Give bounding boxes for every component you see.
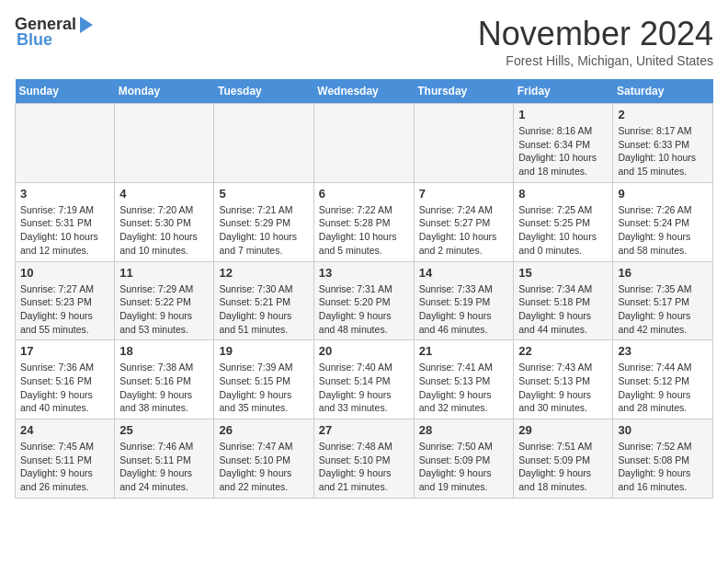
- calendar-header-saturday: Saturday: [613, 79, 713, 104]
- day-info: Sunrise: 7:29 AM Sunset: 5:22 PM Dayligh…: [119, 282, 209, 337]
- day-number: 17: [20, 344, 109, 358]
- calendar-header-row: SundayMondayTuesdayWednesdayThursdayFrid…: [16, 79, 713, 104]
- calendar-week-row: 1Sunrise: 8:16 AM Sunset: 6:34 PM Daylig…: [16, 104, 713, 183]
- month-title: November 2024: [478, 15, 713, 53]
- calendar-cell: 24Sunrise: 7:45 AM Sunset: 5:11 PM Dayli…: [16, 419, 115, 499]
- day-number: 16: [618, 266, 708, 280]
- calendar-cell: 12Sunrise: 7:30 AM Sunset: 5:21 PM Dayli…: [214, 261, 313, 340]
- calendar-cell: 7Sunrise: 7:24 AM Sunset: 5:27 PM Daylig…: [414, 182, 514, 261]
- day-number: 19: [219, 344, 308, 358]
- day-number: 28: [419, 423, 509, 437]
- day-info: Sunrise: 7:46 AM Sunset: 5:11 PM Dayligh…: [119, 440, 209, 494]
- day-number: 6: [319, 187, 409, 201]
- logo: General Blue: [15, 15, 93, 50]
- day-info: Sunrise: 7:38 AM Sunset: 5:16 PM Dayligh…: [119, 361, 209, 415]
- day-info: Sunrise: 7:27 AM Sunset: 5:23 PM Dayligh…: [20, 282, 109, 337]
- calendar-cell: 26Sunrise: 7:47 AM Sunset: 5:10 PM Dayli…: [214, 419, 313, 499]
- day-info: Sunrise: 7:30 AM Sunset: 5:21 PM Dayligh…: [219, 282, 308, 337]
- day-number: 4: [119, 187, 209, 201]
- day-number: 14: [419, 266, 509, 280]
- calendar-cell: 30Sunrise: 7:52 AM Sunset: 5:08 PM Dayli…: [613, 419, 713, 499]
- logo-blue-text: Blue: [15, 30, 52, 50]
- day-number: 8: [518, 187, 608, 201]
- day-info: Sunrise: 7:45 AM Sunset: 5:11 PM Dayligh…: [20, 440, 109, 494]
- calendar-cell: 1Sunrise: 8:16 AM Sunset: 6:34 PM Daylig…: [514, 104, 613, 183]
- calendar-header-wednesday: Wednesday: [313, 79, 414, 104]
- day-info: Sunrise: 7:25 AM Sunset: 5:25 PM Dayligh…: [518, 203, 608, 258]
- day-number: 5: [219, 187, 308, 201]
- day-info: Sunrise: 7:44 AM Sunset: 5:12 PM Dayligh…: [618, 361, 708, 415]
- day-info: Sunrise: 7:20 AM Sunset: 5:30 PM Dayligh…: [119, 203, 209, 258]
- day-number: 11: [119, 266, 209, 280]
- day-number: 25: [119, 423, 209, 437]
- calendar-cell: 11Sunrise: 7:29 AM Sunset: 5:22 PM Dayli…: [115, 261, 214, 340]
- calendar-cell: 21Sunrise: 7:41 AM Sunset: 5:13 PM Dayli…: [414, 340, 514, 419]
- calendar-cell: 8Sunrise: 7:25 AM Sunset: 5:25 PM Daylig…: [514, 182, 613, 261]
- day-number: 21: [419, 344, 509, 358]
- calendar-week-row: 3Sunrise: 7:19 AM Sunset: 5:31 PM Daylig…: [16, 182, 713, 261]
- day-number: 12: [219, 266, 308, 280]
- calendar-cell: 19Sunrise: 7:39 AM Sunset: 5:15 PM Dayli…: [214, 340, 313, 419]
- day-info: Sunrise: 7:19 AM Sunset: 5:31 PM Dayligh…: [20, 203, 109, 258]
- calendar-week-row: 10Sunrise: 7:27 AM Sunset: 5:23 PM Dayli…: [16, 261, 713, 340]
- day-info: Sunrise: 7:52 AM Sunset: 5:08 PM Dayligh…: [618, 440, 708, 494]
- day-number: 22: [518, 344, 608, 358]
- day-info: Sunrise: 7:41 AM Sunset: 5:13 PM Dayligh…: [419, 361, 509, 415]
- calendar-week-row: 17Sunrise: 7:36 AM Sunset: 5:16 PM Dayli…: [16, 340, 713, 419]
- day-number: 1: [518, 108, 608, 121]
- calendar-header-monday: Monday: [115, 79, 214, 104]
- day-info: Sunrise: 7:34 AM Sunset: 5:18 PM Dayligh…: [518, 282, 608, 337]
- day-number: 29: [518, 423, 608, 437]
- day-info: Sunrise: 7:47 AM Sunset: 5:10 PM Dayligh…: [219, 440, 308, 494]
- calendar-cell: 17Sunrise: 7:36 AM Sunset: 5:16 PM Dayli…: [16, 340, 115, 419]
- calendar-cell: 14Sunrise: 7:33 AM Sunset: 5:19 PM Dayli…: [414, 261, 514, 340]
- day-info: Sunrise: 7:48 AM Sunset: 5:10 PM Dayligh…: [319, 440, 409, 494]
- calendar-cell: 10Sunrise: 7:27 AM Sunset: 5:23 PM Dayli…: [16, 261, 115, 340]
- day-number: 18: [119, 344, 209, 358]
- calendar-cell: 2Sunrise: 8:17 AM Sunset: 6:33 PM Daylig…: [613, 104, 713, 183]
- day-number: 13: [319, 266, 409, 280]
- calendar-cell: 27Sunrise: 7:48 AM Sunset: 5:10 PM Dayli…: [313, 419, 414, 499]
- day-info: Sunrise: 8:16 AM Sunset: 6:34 PM Dayligh…: [518, 124, 608, 178]
- day-number: 23: [618, 344, 708, 358]
- day-number: 7: [419, 187, 509, 201]
- calendar-cell: [414, 104, 514, 183]
- day-info: Sunrise: 7:26 AM Sunset: 5:24 PM Dayligh…: [618, 203, 708, 258]
- day-info: Sunrise: 7:39 AM Sunset: 5:15 PM Dayligh…: [219, 361, 308, 415]
- calendar-cell: 3Sunrise: 7:19 AM Sunset: 5:31 PM Daylig…: [16, 182, 115, 261]
- calendar-cell: 28Sunrise: 7:50 AM Sunset: 5:09 PM Dayli…: [414, 419, 514, 499]
- calendar-cell: 22Sunrise: 7:43 AM Sunset: 5:13 PM Dayli…: [514, 340, 613, 419]
- day-info: Sunrise: 7:24 AM Sunset: 5:27 PM Dayligh…: [419, 203, 509, 258]
- calendar-week-row: 24Sunrise: 7:45 AM Sunset: 5:11 PM Dayli…: [16, 419, 713, 499]
- day-number: 24: [20, 423, 109, 437]
- page-header: General Blue November 2024 Forest Hills,…: [15, 15, 713, 68]
- day-number: 20: [319, 344, 409, 358]
- calendar-cell: 6Sunrise: 7:22 AM Sunset: 5:28 PM Daylig…: [313, 182, 414, 261]
- calendar-cell: 4Sunrise: 7:20 AM Sunset: 5:30 PM Daylig…: [115, 182, 214, 261]
- calendar-header-sunday: Sunday: [16, 79, 115, 104]
- day-info: Sunrise: 7:51 AM Sunset: 5:09 PM Dayligh…: [518, 440, 608, 494]
- calendar-cell: 23Sunrise: 7:44 AM Sunset: 5:12 PM Dayli…: [613, 340, 713, 419]
- calendar-cell: 18Sunrise: 7:38 AM Sunset: 5:16 PM Dayli…: [115, 340, 214, 419]
- calendar-cell: 15Sunrise: 7:34 AM Sunset: 5:18 PM Dayli…: [514, 261, 613, 340]
- title-section: November 2024 Forest Hills, Michigan, Un…: [478, 15, 713, 68]
- calendar-cell: 20Sunrise: 7:40 AM Sunset: 5:14 PM Dayli…: [313, 340, 414, 419]
- day-number: 2: [618, 108, 708, 121]
- day-info: Sunrise: 7:35 AM Sunset: 5:17 PM Dayligh…: [618, 282, 708, 337]
- day-info: Sunrise: 7:43 AM Sunset: 5:13 PM Dayligh…: [518, 361, 608, 415]
- day-info: Sunrise: 7:22 AM Sunset: 5:28 PM Dayligh…: [319, 203, 409, 258]
- day-number: 3: [20, 187, 109, 201]
- day-info: Sunrise: 7:50 AM Sunset: 5:09 PM Dayligh…: [419, 440, 509, 494]
- location-subtitle: Forest Hills, Michigan, United States: [478, 53, 713, 68]
- calendar-cell: [214, 104, 313, 183]
- day-info: Sunrise: 8:17 AM Sunset: 6:33 PM Dayligh…: [618, 124, 708, 178]
- calendar-cell: 13Sunrise: 7:31 AM Sunset: 5:20 PM Dayli…: [313, 261, 414, 340]
- calendar-cell: 25Sunrise: 7:46 AM Sunset: 5:11 PM Dayli…: [115, 419, 214, 499]
- day-info: Sunrise: 7:21 AM Sunset: 5:29 PM Dayligh…: [219, 203, 308, 258]
- calendar-cell: [16, 104, 115, 183]
- day-number: 26: [219, 423, 308, 437]
- day-info: Sunrise: 7:40 AM Sunset: 5:14 PM Dayligh…: [319, 361, 409, 415]
- calendar-cell: 5Sunrise: 7:21 AM Sunset: 5:29 PM Daylig…: [214, 182, 313, 261]
- calendar-header-tuesday: Tuesday: [214, 79, 313, 104]
- day-number: 10: [20, 266, 109, 280]
